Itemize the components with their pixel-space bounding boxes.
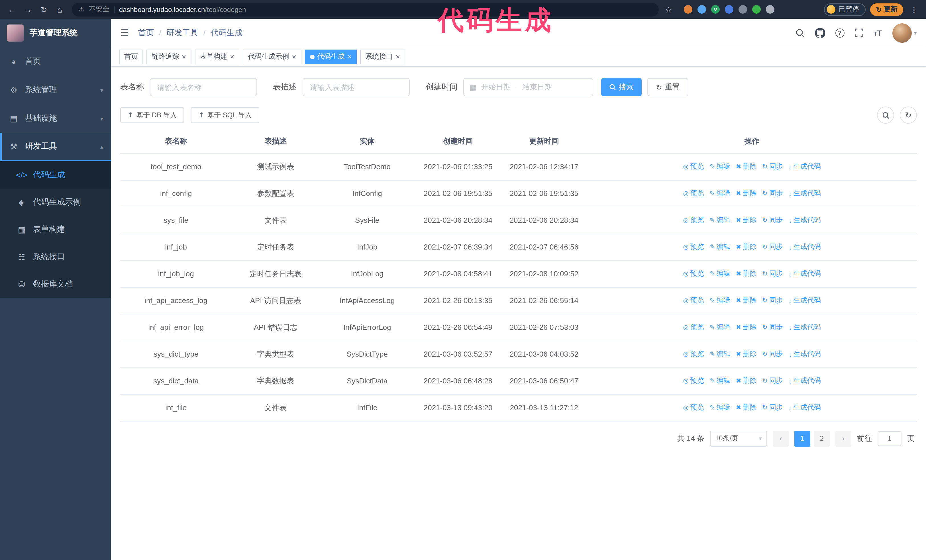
next-page-button[interactable]: ›: [835, 430, 851, 446]
action-preview[interactable]: ◎预览: [683, 376, 704, 386]
action-generate[interactable]: ↓生成代码: [789, 242, 821, 252]
action-sync[interactable]: ↻同步: [763, 269, 783, 279]
action-delete[interactable]: ✖删除: [736, 323, 757, 332]
browser-update-button[interactable]: ↻ 更新: [870, 3, 903, 16]
fullscreen-icon[interactable]: [855, 29, 863, 37]
action-edit[interactable]: ✎编辑: [710, 296, 730, 305]
table-name-input[interactable]: [150, 78, 257, 96]
action-preview[interactable]: ◎预览: [683, 269, 704, 279]
tab-codegen[interactable]: 代码生成×: [305, 49, 357, 64]
action-generate[interactable]: ↓生成代码: [789, 376, 821, 386]
action-sync[interactable]: ↻同步: [763, 323, 783, 332]
action-generate[interactable]: ↓生成代码: [789, 349, 821, 359]
font-size-icon[interactable]: тT: [873, 28, 882, 37]
profile-paused-chip[interactable]: 已暂停: [824, 3, 865, 16]
sidebar-item-system-api[interactable]: ☵系统接口: [0, 243, 111, 270]
close-icon[interactable]: ×: [396, 53, 400, 60]
action-generate[interactable]: ↓生成代码: [789, 323, 821, 332]
action-preview[interactable]: ◎预览: [683, 349, 704, 359]
sidebar-item-codegen-example[interactable]: ◈代码生成示例: [0, 189, 111, 216]
browser-extension-icon[interactable]: [698, 5, 706, 14]
action-edit[interactable]: ✎编辑: [710, 189, 730, 198]
close-icon[interactable]: ×: [348, 53, 352, 60]
action-edit[interactable]: ✎编辑: [710, 215, 730, 225]
help-icon[interactable]: ?: [835, 28, 844, 37]
action-edit[interactable]: ✎编辑: [710, 269, 730, 279]
action-sync[interactable]: ↻同步: [763, 296, 783, 305]
user-avatar[interactable]: ▾: [893, 23, 917, 42]
action-delete[interactable]: ✖删除: [736, 189, 757, 198]
action-delete[interactable]: ✖删除: [736, 349, 757, 359]
sidebar-item-db-doc[interactable]: ⛁数据库文档: [0, 270, 111, 298]
tab-form-builder[interactable]: 表单构建×: [195, 49, 239, 64]
breadcrumb-devtools[interactable]: 研发工具: [166, 28, 198, 38]
action-generate[interactable]: ↓生成代码: [789, 189, 821, 198]
tab-tracer[interactable]: 链路追踪×: [147, 49, 191, 64]
prev-page-button[interactable]: ‹: [773, 430, 789, 446]
action-sync[interactable]: ↻同步: [763, 242, 783, 252]
page-size-select[interactable]: 10条/页 ▾: [710, 430, 767, 446]
sidebar-item-codegen[interactable]: </>代码生成: [0, 161, 111, 189]
action-delete[interactable]: ✖删除: [736, 162, 757, 172]
goto-page-input[interactable]: [878, 431, 902, 446]
close-icon[interactable]: ×: [182, 53, 186, 60]
sidebar-item-form-builder[interactable]: ▦表单构建: [0, 216, 111, 243]
reset-button[interactable]: ↻ 重置: [648, 78, 688, 96]
tab-codegen-example[interactable]: 代码生成示例×: [243, 49, 301, 64]
action-edit[interactable]: ✎编辑: [710, 403, 730, 412]
action-edit[interactable]: ✎编辑: [710, 349, 730, 359]
action-sync[interactable]: ↻同步: [763, 349, 783, 359]
page-button-2[interactable]: 2: [814, 430, 830, 446]
action-sync[interactable]: ↻同步: [763, 162, 783, 172]
page-button-1[interactable]: 1: [794, 430, 810, 446]
action-delete[interactable]: ✖删除: [736, 376, 757, 386]
sidebar-collapse-icon[interactable]: ☰: [111, 27, 138, 39]
home-icon[interactable]: ⌂: [54, 5, 66, 14]
action-delete[interactable]: ✖删除: [736, 269, 757, 279]
action-edit[interactable]: ✎编辑: [710, 376, 730, 386]
action-delete[interactable]: ✖删除: [736, 242, 757, 252]
action-sync[interactable]: ↻同步: [763, 189, 783, 198]
action-edit[interactable]: ✎编辑: [710, 162, 730, 172]
action-edit[interactable]: ✎编辑: [710, 323, 730, 332]
action-preview[interactable]: ◎预览: [683, 242, 704, 252]
close-icon[interactable]: ×: [230, 53, 234, 60]
search-button[interactable]: 搜索: [601, 78, 642, 96]
browser-extension-icon[interactable]: [725, 5, 733, 14]
breadcrumb-home[interactable]: 首页: [138, 28, 154, 38]
browser-extension-icon[interactable]: V: [711, 5, 720, 14]
import-db-button[interactable]: ↥ 基于 DB 导入: [120, 107, 185, 123]
browser-extension-icon[interactable]: [752, 5, 761, 14]
address-bar[interactable]: ⚠ 不安全 dashboard.yudao.iocoder.cn/tool/co…: [72, 3, 659, 16]
action-generate[interactable]: ↓生成代码: [789, 162, 821, 172]
action-preview[interactable]: ◎预览: [683, 189, 704, 198]
table-desc-input[interactable]: [303, 78, 410, 96]
action-delete[interactable]: ✖删除: [736, 215, 757, 225]
action-delete[interactable]: ✖删除: [736, 296, 757, 305]
sidebar-item-home[interactable]: ◕首页: [0, 47, 111, 76]
browser-extension-icon[interactable]: [766, 5, 775, 14]
action-generate[interactable]: ↓生成代码: [789, 403, 821, 412]
action-delete[interactable]: ✖删除: [736, 403, 757, 412]
sidebar-item-system[interactable]: ⚙系统管理▾: [0, 76, 111, 104]
sidebar-item-infra[interactable]: ▤基础设施▾: [0, 104, 111, 133]
github-icon[interactable]: [815, 28, 825, 38]
action-preview[interactable]: ◎预览: [683, 215, 704, 225]
tab-system-api[interactable]: 系统接口×: [360, 49, 405, 64]
action-generate[interactable]: ↓生成代码: [789, 269, 821, 279]
action-preview[interactable]: ◎预览: [683, 296, 704, 305]
action-edit[interactable]: ✎编辑: [710, 242, 730, 252]
action-sync[interactable]: ↻同步: [763, 215, 783, 225]
search-toggle-button[interactable]: [877, 107, 894, 124]
action-sync[interactable]: ↻同步: [763, 376, 783, 386]
date-range-picker[interactable]: ▦ 开始日期 - 结束日期: [463, 78, 593, 96]
action-generate[interactable]: ↓生成代码: [789, 296, 821, 305]
action-generate[interactable]: ↓生成代码: [789, 215, 821, 225]
forward-icon[interactable]: →: [22, 5, 34, 14]
bookmark-star-icon[interactable]: ☆: [662, 5, 675, 14]
sidebar-item-devtools[interactable]: ⚒研发工具▴: [0, 133, 111, 161]
action-preview[interactable]: ◎预览: [683, 403, 704, 412]
refresh-button[interactable]: ↻: [900, 107, 917, 124]
action-preview[interactable]: ◎预览: [683, 323, 704, 332]
browser-extension-icon[interactable]: [684, 5, 692, 14]
